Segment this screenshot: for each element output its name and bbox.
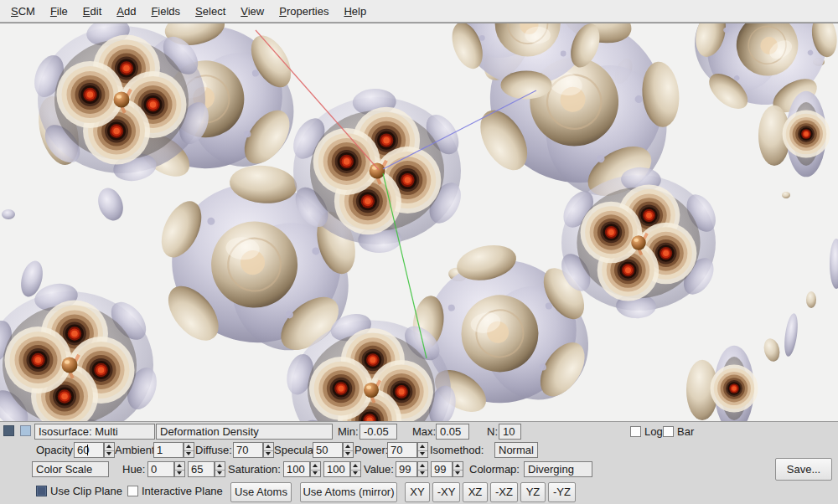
- ambient-field-spin-down-icon[interactable]: [184, 450, 194, 458]
- use-atoms-mirror-button[interactable]: Use Atoms (mirror): [300, 482, 397, 502]
- field-name-field[interactable]: Deformation Density: [156, 424, 333, 440]
- isomethod-field[interactable]: Normal: [494, 442, 538, 458]
- save-button[interactable]: Save...: [775, 458, 832, 481]
- power-field[interactable]: 70: [387, 442, 417, 458]
- isosurface-mode-field[interactable]: Isosurface: Multi: [34, 424, 155, 440]
- viewport-3d[interactable]: [0, 23, 838, 421]
- bar-checkbox[interactable]: [663, 426, 674, 437]
- log-checkbox[interactable]: [630, 426, 641, 437]
- diffuse-label: Diffuse:: [195, 442, 232, 458]
- saturation-label: Saturation:: [228, 461, 281, 477]
- max-input[interactable]: 0.05: [436, 424, 469, 440]
- menu-view[interactable]: View: [233, 2, 272, 21]
- hue-max-field[interactable]: 65: [188, 461, 215, 477]
- saturation-max-field[interactable]: 100: [323, 461, 350, 477]
- opacity-field-spin-down-icon[interactable]: [105, 450, 114, 458]
- opacity-field-spin[interactable]: [104, 442, 115, 458]
- value-max-field-spin[interactable]: [453, 461, 463, 477]
- menu-add[interactable]: Add: [109, 2, 143, 21]
- min-input[interactable]: -0.05: [360, 424, 397, 440]
- diffuse-field-spin-down-icon[interactable]: [264, 450, 273, 458]
- diffuse-field[interactable]: 70: [233, 442, 263, 458]
- colormap-label: Colormap:: [469, 461, 520, 477]
- use-atoms-button[interactable]: Use Atoms: [230, 482, 292, 502]
- text-caret: [87, 445, 88, 455]
- max-label: Max:: [412, 424, 436, 440]
- value-min-field-spin[interactable]: [417, 461, 428, 477]
- value-min-field-spin-down-icon[interactable]: [418, 470, 427, 477]
- opacity-field[interactable]: 60: [74, 442, 104, 458]
- min-label: Min:: [338, 424, 359, 440]
- use-clip-plane-checkbox[interactable]: [36, 486, 47, 496]
- menu-edit[interactable]: Edit: [75, 2, 109, 21]
- n-input[interactable]: 10: [499, 424, 521, 440]
- power-label: Power:: [354, 442, 388, 458]
- hue-min-field-spin[interactable]: [174, 461, 185, 477]
- interactive-plane-checkbox[interactable]: [127, 486, 138, 496]
- value-max-field[interactable]: 99: [431, 461, 453, 477]
- menu-bar: SCMFileEditAddFieldsSelectViewProperties…: [0, 0, 838, 23]
- specular-field-spin[interactable]: [343, 442, 354, 458]
- power-field-spin-down-icon[interactable]: [418, 450, 427, 458]
- xy-button[interactable]: XY: [405, 482, 430, 502]
- hue-min-field[interactable]: 0: [147, 461, 174, 477]
- xz-button[interactable]: -XZ: [490, 482, 518, 502]
- hue-max-field-spin[interactable]: [215, 461, 225, 477]
- value-label: Value:: [364, 461, 394, 477]
- color-swatch-positive[interactable]: [20, 425, 31, 436]
- isosurface-render: [0, 23, 838, 422]
- saturation-max-field-spin-down-icon[interactable]: [351, 470, 360, 477]
- value-max-field-spin-down-icon[interactable]: [453, 470, 463, 477]
- ambient-field[interactable]: 1: [153, 442, 184, 458]
- ambient-field-spin[interactable]: [184, 442, 194, 458]
- interactive-plane-label: Interactive Plane: [142, 483, 223, 499]
- n-label: N:: [487, 424, 498, 440]
- menu-properties[interactable]: Properties: [272, 2, 336, 21]
- specular-field-spin-down-icon[interactable]: [344, 450, 353, 458]
- saturation-min-field-spin[interactable]: [310, 461, 321, 477]
- colormap-field[interactable]: Diverging: [524, 461, 592, 477]
- hue-min-field-spin-down-icon[interactable]: [175, 470, 184, 477]
- color-swatch-negative[interactable]: [3, 425, 14, 436]
- menu-file[interactable]: File: [43, 2, 75, 21]
- yz-button[interactable]: -YZ: [548, 482, 576, 502]
- diffuse-field-spin[interactable]: [263, 442, 274, 458]
- menu-scm[interactable]: SCM: [3, 2, 43, 21]
- value-min-field[interactable]: 99: [396, 461, 417, 477]
- menu-select[interactable]: Select: [188, 2, 233, 21]
- log-label: Log: [644, 424, 663, 440]
- saturation-min-field-spin-down-icon[interactable]: [311, 470, 320, 477]
- isomethod-label: Isomethod:: [430, 442, 484, 458]
- xy-button[interactable]: -XY: [432, 482, 460, 502]
- saturation-min-field[interactable]: 100: [283, 461, 310, 477]
- power-field-spin[interactable]: [417, 442, 428, 458]
- saturation-max-field-spin[interactable]: [350, 461, 361, 477]
- deformation-density-cluster: [0, 280, 162, 422]
- color-scale-field[interactable]: Color Scale: [32, 461, 109, 477]
- hue-label: Hue:: [122, 461, 145, 477]
- ambient-label: Ambient:: [115, 442, 158, 458]
- menu-help[interactable]: Help: [336, 2, 374, 21]
- edge-density-cluster: [686, 346, 758, 422]
- menu-fields[interactable]: Fields: [143, 2, 188, 21]
- opacity-label: Opacity:: [36, 442, 76, 458]
- yz-button[interactable]: YZ: [520, 482, 546, 502]
- control-panel: Isosurface: MultiDeformation DensityMin:…: [0, 421, 838, 504]
- use-clip-plane-label: Use Clip Plane: [50, 483, 122, 499]
- bar-label: Bar: [677, 424, 694, 440]
- hue-max-field-spin-down-icon[interactable]: [215, 470, 225, 477]
- xz-button[interactable]: XZ: [463, 482, 488, 502]
- specular-field[interactable]: 50: [313, 442, 343, 458]
